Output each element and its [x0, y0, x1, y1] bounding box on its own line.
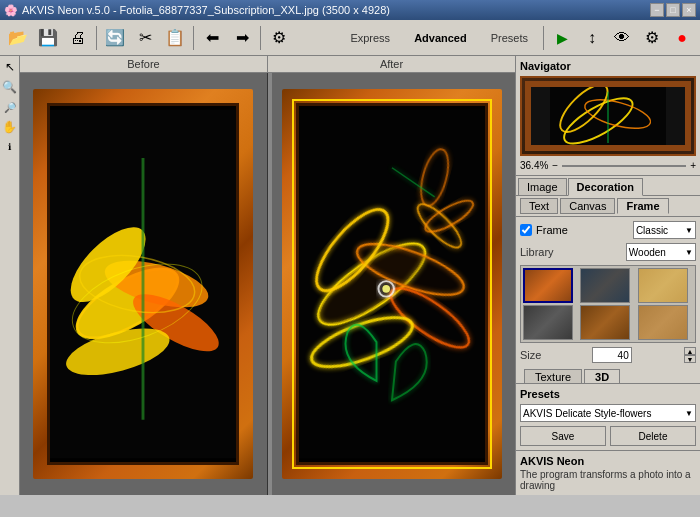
zoom-in-tool[interactable]: 🔍 [1, 78, 19, 96]
separator-1 [96, 26, 97, 50]
zoom-plus-icon[interactable]: + [690, 160, 696, 171]
navigator-preview [520, 76, 696, 156]
sub-tab-frame[interactable]: Frame [617, 198, 668, 214]
frame-thumb-3[interactable] [638, 268, 688, 303]
open-icon[interactable]: 📂 [4, 24, 32, 52]
frame-thumb-2[interactable] [580, 268, 630, 303]
library-row: Library Wooden ▼ [520, 243, 696, 261]
sub-tab-text[interactable]: Text [520, 198, 558, 214]
right-panel: Navigator 36.4% [515, 56, 700, 495]
info-tool[interactable]: ℹ [1, 138, 19, 156]
delete-preset-button[interactable]: Delete [610, 426, 696, 446]
left-toolbar: ↖ 🔍 🔎 ✋ ℹ [0, 56, 20, 495]
before-panel [20, 73, 267, 495]
frame-thumb-4[interactable] [523, 305, 573, 340]
nav-inner [531, 87, 685, 145]
nav-zoom-row: 36.4% − + [520, 160, 696, 171]
tab-decoration[interactable]: Decoration [568, 178, 643, 196]
panel-tabs: Image Decoration [516, 176, 700, 196]
svg-point-19 [382, 285, 390, 293]
titlebar: 🌸 AKVIS Neon v.5.0 - Fotolia_68877337_Su… [0, 0, 700, 20]
dropdown-arrow-2: ▼ [685, 248, 693, 257]
separator-3 [260, 26, 261, 50]
3d-tab[interactable]: 3D [584, 369, 620, 383]
dropdown-arrow-1: ▼ [685, 226, 693, 235]
main-area: ↖ 🔍 🔎 ✋ ℹ Before After [0, 56, 700, 495]
size-spinbox[interactable]: 40 [592, 347, 632, 363]
separator-2 [193, 26, 194, 50]
print-icon[interactable]: 🖨 [64, 24, 92, 52]
move-tool[interactable]: ↖ [1, 58, 19, 76]
undo-icon[interactable]: ⬅ [198, 24, 226, 52]
gear2-icon[interactable]: ⚙ [638, 24, 666, 52]
canvas-area: Before After [20, 56, 515, 495]
frame-style-dropdown[interactable]: Classic ▼ [633, 221, 696, 239]
akvis-section: AKVIS Neon The program transforms a phot… [516, 450, 700, 495]
stop-icon[interactable]: ● [668, 24, 696, 52]
image-container [20, 73, 515, 495]
options-area: Frame Classic ▼ Library Wooden ▼ [516, 217, 700, 383]
texture-3d-tabs: Texture 3D [520, 367, 696, 383]
presets-title: Presets [520, 388, 696, 400]
frame-thumb-6[interactable] [638, 305, 688, 340]
zoom-out-tool[interactable]: 🔎 [1, 98, 19, 116]
settings-icon[interactable]: ⚙ [265, 24, 293, 52]
app-logo: 🌸 [4, 4, 18, 17]
size-row: Size 40 ▲ ▼ [520, 347, 696, 363]
frame-label: Frame [536, 224, 568, 236]
close-button[interactable]: × [682, 3, 696, 17]
cursor-icon[interactable]: ↕ [578, 24, 606, 52]
preset-dropdown-arrow: ▼ [685, 409, 693, 418]
redo-icon[interactable]: ➡ [228, 24, 256, 52]
tab-advanced[interactable]: Advanced [403, 29, 478, 46]
zoom-level: 36.4% [520, 160, 548, 171]
refresh-icon[interactable]: 🔄 [101, 24, 129, 52]
frame-checkbox[interactable] [520, 224, 532, 236]
hand-tool[interactable]: ✋ [1, 118, 19, 136]
navigator-section: Navigator 36.4% [516, 56, 700, 176]
tab-image[interactable]: Image [518, 178, 567, 195]
cut-icon[interactable]: ✂ [131, 24, 159, 52]
before-label: Before [20, 56, 267, 72]
frame-row: Frame Classic ▼ [520, 221, 696, 239]
paste-icon[interactable]: 📋 [161, 24, 189, 52]
akvis-title: AKVIS Neon [520, 455, 696, 467]
library-dropdown[interactable]: Wooden ▼ [626, 243, 696, 261]
eye-icon[interactable]: 👁 [608, 24, 636, 52]
tab-express[interactable]: Express [339, 29, 401, 47]
size-up-button[interactable]: ▲ [684, 347, 696, 355]
presets-section: Presets AKVIS Delicate Style-flowers ▼ S… [516, 383, 700, 450]
main-toolbar: 📂 💾 🖨 🔄 ✂ 📋 ⬅ ➡ ⚙ Express Advanced Prese… [0, 20, 700, 56]
size-label: Size [520, 349, 541, 361]
titlebar-title: AKVIS Neon v.5.0 - Fotolia_68877337_Subs… [22, 4, 390, 16]
nav-mini-image [522, 78, 694, 154]
tab-presets[interactable]: Presets [480, 29, 539, 47]
after-panel [267, 73, 516, 495]
save-preset-button[interactable]: Save [520, 426, 606, 446]
titlebar-controls[interactable]: − □ × [650, 3, 696, 17]
canvas-content [20, 73, 515, 495]
akvis-desc: The program transforms a photo into a dr… [520, 469, 696, 491]
frame-thumb-1[interactable] [523, 268, 573, 303]
save-icon[interactable]: 💾 [34, 24, 62, 52]
sub-tabs: Text Canvas Frame [516, 196, 700, 217]
presets-dropdown[interactable]: AKVIS Delicate Style-flowers ▼ [520, 404, 696, 422]
minimize-button[interactable]: − [650, 3, 664, 17]
split-handle[interactable] [268, 73, 272, 495]
sub-tab-canvas[interactable]: Canvas [560, 198, 615, 214]
texture-tab[interactable]: Texture [524, 369, 582, 383]
size-down-button[interactable]: ▼ [684, 355, 696, 363]
maximize-button[interactable]: □ [666, 3, 680, 17]
separator-4 [543, 26, 544, 50]
titlebar-left: 🌸 AKVIS Neon v.5.0 - Fotolia_68877337_Su… [4, 4, 390, 17]
run-icon[interactable]: ▶ [548, 24, 576, 52]
frame-thumbnails [520, 265, 696, 343]
library-label: Library [520, 246, 554, 258]
navigator-title: Navigator [520, 60, 696, 72]
zoom-slider[interactable] [562, 165, 686, 167]
frame-thumb-5[interactable] [580, 305, 630, 340]
preset-buttons: Save Delete [520, 426, 696, 446]
canvas-labels: Before After [20, 56, 515, 73]
zoom-minus-icon[interactable]: − [552, 160, 558, 171]
after-label: After [268, 56, 515, 72]
